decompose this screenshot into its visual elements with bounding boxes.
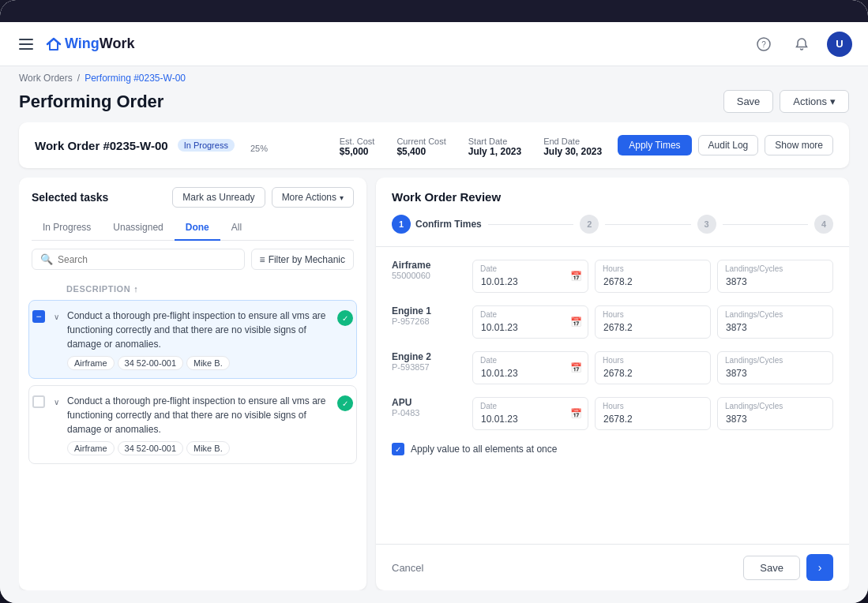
logo-text: WingWork bbox=[65, 36, 135, 52]
page-title: Performing Order bbox=[19, 92, 163, 112]
hours-field-engine1: Hours bbox=[595, 305, 711, 339]
menu-button[interactable] bbox=[16, 36, 36, 53]
tag-mechanic: Mike B. bbox=[186, 356, 230, 370]
lc-field-airframe: Landings/Cycles bbox=[717, 260, 833, 293]
list-item: Engine 2 P-593857 Date 📅 Hour bbox=[392, 351, 833, 384]
tag-part: 34 52-00-001 bbox=[118, 441, 183, 455]
filter-mechanic-button[interactable]: ≡ Filter by Mechanic bbox=[251, 249, 354, 270]
task-minus-checkbox[interactable] bbox=[32, 310, 45, 323]
element-name: APU bbox=[392, 397, 463, 408]
hours-field-engine2: Hours bbox=[595, 351, 711, 384]
calendar-icon: 📅 bbox=[570, 316, 582, 328]
element-name: Engine 1 bbox=[392, 305, 463, 316]
date-field-airframe: Date 📅 bbox=[472, 260, 588, 293]
task-description: Conduct a thorough pre-flight inspection… bbox=[67, 394, 333, 436]
cancel-button[interactable]: Cancel bbox=[392, 562, 423, 574]
stepper: 1 Confirm Times 2 3 bbox=[392, 215, 833, 234]
audit-log-button[interactable]: Audit Log bbox=[698, 135, 759, 155]
breadcrumb-current: Performing #0235-W-00 bbox=[85, 73, 186, 84]
breadcrumb-parent[interactable]: Work Orders bbox=[19, 73, 73, 84]
next-button[interactable]: › bbox=[806, 554, 833, 581]
show-more-button[interactable]: Show more bbox=[765, 135, 833, 155]
apply-times-button[interactable]: Apply Times bbox=[618, 135, 691, 155]
table-row: ∨ Conduct a thorough pre-flight inspecti… bbox=[28, 300, 357, 379]
element-id: P-593857 bbox=[392, 362, 463, 372]
hours-field-airframe: Hours bbox=[595, 260, 711, 293]
progress-percent: 25% bbox=[250, 144, 268, 153]
tab-unassigned[interactable]: Unassigned bbox=[102, 215, 174, 241]
current-cost: Current Cost $5,400 bbox=[396, 137, 445, 157]
tag-airframe: Airframe bbox=[67, 356, 115, 370]
tasks-title: Selected tasks bbox=[32, 191, 108, 204]
avatar[interactable]: U bbox=[827, 32, 852, 57]
element-id: P-957268 bbox=[392, 316, 463, 326]
search-box: 🔍 bbox=[32, 249, 245, 270]
element-id: 55000060 bbox=[392, 271, 463, 280]
element-id: P-0483 bbox=[392, 408, 463, 418]
tag-airframe: Airframe bbox=[67, 441, 115, 455]
col-description-header: DESCRIPTION ↑ bbox=[66, 284, 138, 294]
more-actions-button[interactable]: More Actions ▾ bbox=[272, 187, 354, 208]
task-status-done bbox=[337, 310, 353, 326]
search-input[interactable] bbox=[58, 254, 236, 265]
list-item: Engine 1 P-957268 Date 📅 Hour bbox=[392, 305, 833, 339]
step-label-1: Confirm Times bbox=[415, 219, 482, 230]
wo-number: Work Order #0235-W-00 bbox=[35, 139, 168, 152]
tab-done[interactable]: Done bbox=[175, 215, 220, 241]
tag-mechanic: Mike B. bbox=[186, 441, 230, 455]
step-1: 1 Confirm Times bbox=[392, 215, 482, 234]
date-field-engine1: Date 📅 bbox=[472, 305, 588, 339]
task-expand-button[interactable]: ∨ bbox=[50, 395, 62, 408]
hours-field-apu: Hours bbox=[595, 397, 711, 430]
lc-field-engine1: Landings/Cycles bbox=[717, 305, 833, 339]
tab-all[interactable]: All bbox=[220, 215, 253, 241]
step-4: 4 bbox=[814, 215, 833, 234]
lc-field-engine2: Landings/Cycles bbox=[717, 351, 833, 384]
task-tags: Airframe 34 52-00-001 Mike B. bbox=[67, 356, 333, 370]
est-cost: Est. Cost $5,000 bbox=[340, 137, 375, 157]
task-tags: Airframe 34 52-00-001 Mike B. bbox=[67, 441, 333, 455]
review-panel: Work Order Review 1 Confirm Times 2 bbox=[376, 178, 849, 590]
status-badge: In Progress bbox=[178, 139, 235, 152]
column-header: DESCRIPTION ↑ bbox=[28, 278, 357, 300]
help-button[interactable]: ? bbox=[751, 32, 776, 57]
search-icon: 🔍 bbox=[40, 253, 53, 265]
apply-all-label: Apply value to all elements at once bbox=[411, 444, 557, 455]
tag-part: 34 52-00-001 bbox=[118, 356, 183, 370]
step-3: 3 bbox=[697, 215, 716, 234]
breadcrumb-separator: / bbox=[77, 73, 80, 84]
date-field-engine2: Date 📅 bbox=[472, 351, 588, 384]
tab-inprogress[interactable]: In Progress bbox=[32, 215, 102, 241]
task-expand-button[interactable]: ∨ bbox=[50, 310, 62, 323]
apply-all-checkbox[interactable] bbox=[392, 443, 404, 455]
task-tabs: In Progress Unassigned Done All bbox=[32, 215, 354, 241]
element-name: Airframe bbox=[392, 260, 463, 271]
svg-text:?: ? bbox=[761, 40, 766, 49]
step-circle-4: 4 bbox=[814, 215, 833, 234]
review-title: Work Order Review bbox=[392, 190, 833, 204]
sort-icon[interactable]: ↑ bbox=[133, 284, 138, 294]
list-item: Airframe 55000060 Date 📅 Hour bbox=[392, 260, 833, 293]
calendar-icon: 📅 bbox=[570, 271, 582, 282]
filter-icon: ≡ bbox=[260, 254, 265, 265]
step-2: 2 bbox=[580, 215, 599, 234]
app-logo: WingWork bbox=[46, 36, 135, 52]
table-row: ∨ Conduct a thorough pre-flight inspecti… bbox=[28, 385, 357, 464]
save-button[interactable]: Save bbox=[723, 90, 774, 113]
date-field-apu: Date 📅 bbox=[472, 397, 588, 430]
mark-unready-button[interactable]: Mark as Unready bbox=[172, 187, 265, 208]
calendar-icon: 📅 bbox=[570, 362, 582, 373]
start-date: Start Date July 1, 2023 bbox=[468, 137, 521, 157]
breadcrumb: Work Orders / Performing #0235-W-00 bbox=[19, 73, 849, 84]
lc-field-apu: Landings/Cycles bbox=[717, 397, 833, 430]
actions-button[interactable]: Actions ▾ bbox=[780, 90, 849, 113]
apply-all-row: Apply value to all elements at once bbox=[392, 443, 833, 455]
calendar-icon: 📅 bbox=[570, 408, 582, 419]
step-circle-2: 2 bbox=[580, 215, 599, 234]
save-footer-button[interactable]: Save bbox=[743, 556, 800, 580]
task-checkbox[interactable] bbox=[32, 395, 45, 408]
element-name: Engine 2 bbox=[392, 351, 463, 362]
step-circle-1: 1 bbox=[392, 215, 411, 234]
task-description: Conduct a thorough pre-flight inspection… bbox=[67, 309, 333, 351]
notifications-button[interactable] bbox=[789, 32, 814, 57]
